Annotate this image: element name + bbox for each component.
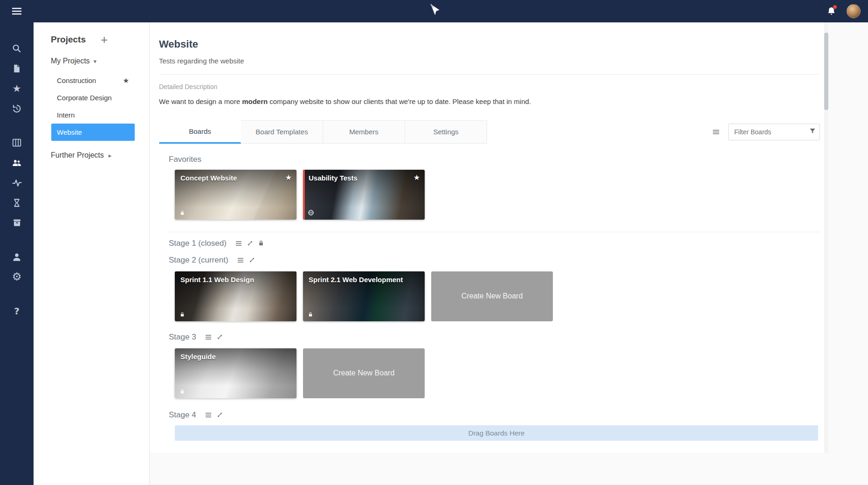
divider: [166, 232, 820, 232]
cursor-logo-icon: [428, 4, 440, 17]
further-projects-label: Further Projects: [51, 151, 104, 159]
tab-settings[interactable]: Settings: [405, 120, 487, 144]
project-item-intern[interactable]: Intern: [51, 106, 135, 124]
stage-title: Stage 1 (closed): [169, 239, 227, 248]
stage-4-header: Stage 4: [169, 410, 820, 420]
board-card-usability-tests[interactable]: Usability Tests ★: [303, 170, 425, 220]
lock-icon: [179, 312, 185, 318]
page-subtitle: Tests regarding the website: [159, 57, 820, 65]
tab-members[interactable]: Members: [323, 120, 405, 144]
tab-boards[interactable]: Boards: [159, 120, 241, 144]
favorite-star-icon[interactable]: ★: [285, 173, 292, 182]
filter-boards-box: [728, 124, 820, 140]
stage-2-header: Stage 2 (current): [169, 256, 820, 265]
menu-button[interactable]: [0, 0, 34, 22]
drag-boards-dropzone[interactable]: Drag Boards Here: [175, 425, 818, 441]
notification-badge: [833, 5, 837, 9]
list-icon[interactable]: [237, 256, 244, 264]
star-icon[interactable]: ★: [0, 78, 34, 98]
settings-gear-icon[interactable]: ⚙: [0, 267, 34, 287]
chevron-right-icon: ▸: [109, 152, 112, 159]
project-item-label: Intern: [57, 111, 75, 119]
resize-diagonal-icon[interactable]: [248, 256, 255, 263]
hourglass-icon[interactable]: [0, 193, 34, 213]
archive-icon[interactable]: [0, 213, 34, 233]
board-card-styleguide[interactable]: Styleguide: [175, 348, 296, 398]
create-new-board-button[interactable]: Create New Board: [431, 271, 553, 321]
help-icon[interactable]: ?: [0, 301, 34, 321]
description-text: We want to design a more modern company …: [159, 97, 820, 106]
reorder-lines-icon[interactable]: [711, 128, 721, 136]
my-projects-group[interactable]: My Projects ▾: [34, 45, 149, 65]
create-new-board-button[interactable]: Create New Board: [303, 348, 425, 398]
list-icon[interactable]: [235, 240, 242, 247]
notifications-button[interactable]: [824, 4, 838, 18]
team-icon[interactable]: [0, 152, 34, 173]
projects-panel: Projects + My Projects ▾ Construction ★ …: [34, 22, 150, 485]
filter-boards-input[interactable]: [728, 124, 820, 140]
app-logo[interactable]: [428, 4, 440, 19]
list-icon[interactable]: [205, 333, 212, 341]
further-projects-group[interactable]: Further Projects ▸: [34, 141, 149, 159]
lock-icon: [308, 312, 313, 318]
favorite-star-icon[interactable]: ★: [413, 173, 420, 182]
history-icon[interactable]: [0, 98, 34, 118]
description-label: Detailed Description: [159, 83, 820, 90]
help-glyph: ?: [14, 305, 20, 317]
board-columns-icon[interactable]: [0, 132, 34, 152]
document-icon[interactable]: [0, 58, 34, 78]
stage-1-header: Stage 1 (closed): [169, 239, 820, 248]
nav-rail: ★ ⚙ ?: [0, 22, 34, 485]
board-title: Styleguide: [180, 353, 282, 360]
project-item-label: Construction: [57, 76, 96, 84]
resize-diagonal-icon[interactable]: [216, 411, 223, 418]
board-title: Usability Tests: [309, 174, 411, 182]
projects-panel-title: Projects: [51, 35, 86, 45]
profile-icon[interactable]: [0, 247, 34, 267]
divider: [159, 74, 820, 75]
board-card-sprint-1-1[interactable]: Sprint 1.1 Web Design: [175, 271, 296, 321]
stage-title: Stage 3: [169, 333, 196, 342]
tabs-bar: Boards Board Templates Members Settings: [159, 120, 820, 144]
activity-icon[interactable]: [0, 173, 34, 193]
description-text-part: company website to show our clients that…: [268, 97, 531, 105]
lock-icon[interactable]: [258, 240, 264, 247]
project-list: Construction ★ Corporate Design Intern W…: [34, 72, 149, 141]
topbar: [0, 0, 868, 22]
project-item-corporate-design[interactable]: Corporate Design: [51, 89, 135, 106]
tab-board-templates[interactable]: Board Templates: [241, 120, 323, 144]
topbar-actions: [824, 4, 868, 18]
stage-3-board-row: Styleguide Create New Board: [175, 348, 820, 398]
project-item-website[interactable]: Website: [51, 124, 135, 141]
scrollbar-thumb[interactable]: [824, 33, 828, 110]
main-area: Website Tests regarding the website Deta…: [150, 22, 868, 485]
globe-icon: [308, 209, 314, 216]
board-title: Sprint 1.1 Web Design: [180, 276, 282, 284]
star-glyph: ★: [13, 83, 21, 94]
user-avatar[interactable]: [847, 4, 861, 18]
board-card-sprint-2-1[interactable]: Sprint 2.1 Web Development: [303, 271, 425, 321]
section-title-favorites: Favorites: [169, 155, 820, 164]
project-item-construction[interactable]: Construction ★: [51, 72, 135, 89]
resize-diagonal-icon[interactable]: [216, 333, 223, 340]
stage-title: Stage 4: [169, 410, 196, 420]
scrollbar-track[interactable]: [824, 22, 828, 453]
stage-3-header: Stage 3: [169, 333, 820, 342]
stage-title: Stage 2 (current): [169, 256, 228, 265]
board-card-concept-website[interactable]: Concept Website ★: [175, 170, 296, 220]
description-text-part: We want to design a more: [159, 97, 242, 105]
board-title: Sprint 2.1 Web Development: [309, 276, 411, 284]
add-project-button[interactable]: +: [101, 35, 108, 44]
gear-glyph: ⚙: [12, 271, 22, 282]
project-item-label: Corporate Design: [57, 94, 112, 102]
project-star-icon[interactable]: ★: [123, 76, 129, 85]
search-icon[interactable]: [0, 38, 34, 58]
board-title: Concept Website: [180, 174, 282, 182]
lock-icon: [179, 210, 185, 216]
favorites-board-row: Concept Website ★ Usability Tests ★: [175, 170, 820, 220]
resize-diagonal-icon[interactable]: [247, 240, 254, 247]
chevron-down-icon: ▾: [94, 58, 97, 65]
list-icon[interactable]: [205, 411, 212, 419]
my-projects-label: My Projects: [51, 57, 90, 65]
project-item-label: Website: [57, 128, 82, 136]
